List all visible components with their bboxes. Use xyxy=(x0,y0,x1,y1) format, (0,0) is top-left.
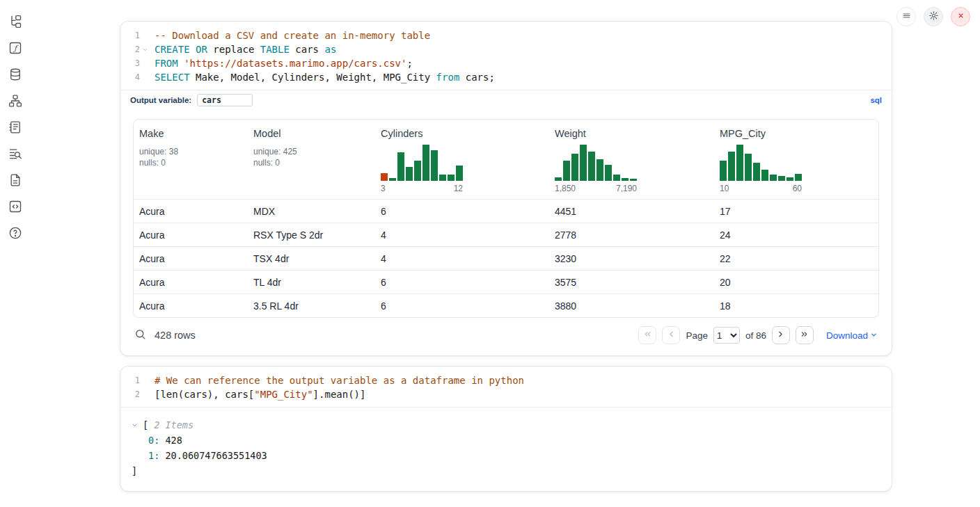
code-line[interactable]: 4SELECT Make, Model, Cylinders, Weight, … xyxy=(125,70,885,84)
code-line[interactable]: 3FROM 'https://datasets.marimo.app/cars.… xyxy=(125,56,885,70)
shutdown-button[interactable] xyxy=(951,7,970,26)
histogram-bar xyxy=(456,166,463,181)
table-cell: Acura xyxy=(134,271,248,293)
page-of-label: of 86 xyxy=(745,330,766,341)
column-header[interactable]: Modelunique: 425nulls: 0 xyxy=(248,120,375,199)
code-line[interactable]: 1-- Download a CSV and create an in-memo… xyxy=(125,29,885,42)
table-cell: 2778 xyxy=(549,223,714,246)
histogram-bar xyxy=(389,178,396,181)
line-number: 2 xyxy=(125,42,140,56)
items-count-label: 2 Items xyxy=(154,417,193,433)
histogram-bar xyxy=(761,170,768,181)
column-stats: unique: 38nulls: 0 xyxy=(139,146,242,168)
sidebar-item-documentation[interactable] xyxy=(7,172,24,189)
column-header[interactable]: Weight1,8507,190 xyxy=(549,120,714,199)
settings-button[interactable] xyxy=(924,7,943,26)
sql-code[interactable]: 1-- Download a CSV and create an in-memo… xyxy=(120,22,892,90)
axis-max-label: 12 xyxy=(454,184,463,193)
table-body: AcuraMDX6445117AcuraRSX Type S 2dr427782… xyxy=(134,199,878,317)
table-row[interactable]: AcuraRSX Type S 2dr4277824 xyxy=(134,223,878,246)
table-cell: 4451 xyxy=(549,200,714,223)
sidebar-item-logs[interactable] xyxy=(7,146,24,163)
file-text-icon xyxy=(8,173,22,189)
dependency-graph-icon xyxy=(8,94,22,110)
histogram-bar xyxy=(588,152,595,181)
line-number: 3 xyxy=(125,56,140,70)
histogram-axis: 1060 xyxy=(720,184,802,193)
output-variable-input[interactable] xyxy=(197,94,253,106)
sidebar-item-file-explorer[interactable] xyxy=(7,14,24,31)
histogram-bar xyxy=(431,150,438,181)
table-cell: Acura xyxy=(134,223,248,246)
histogram-bar xyxy=(422,145,429,181)
column-header[interactable]: Makeunique: 38nulls: 0 xyxy=(134,120,248,199)
code-text: FROM 'https://datasets.marimo.app/cars.c… xyxy=(155,56,413,70)
code-line[interactable]: 2[len(cars), cars["MPG_City"].mean()] xyxy=(125,387,885,401)
histogram-bar xyxy=(728,152,735,181)
table-cell: 22 xyxy=(714,247,878,270)
notebook-icon xyxy=(8,120,22,136)
histogram-bar xyxy=(787,177,793,181)
table-row[interactable]: AcuraMDX6445117 xyxy=(134,199,878,223)
column-name: Make xyxy=(139,128,242,139)
stat-line: unique: 38 xyxy=(139,146,242,157)
column-header[interactable]: Cylinders312 xyxy=(375,120,549,199)
row-count: 428 rows xyxy=(155,330,196,341)
chevrons-right-icon xyxy=(800,330,809,341)
table-row[interactable]: AcuraTL 4dr6357520 xyxy=(134,270,878,293)
last-page-button[interactable] xyxy=(796,326,814,344)
code-line[interactable]: 1# We can reference the output variable … xyxy=(125,373,885,387)
sidebar-item-dependency-graph[interactable] xyxy=(7,93,24,110)
histogram-bar xyxy=(795,174,802,181)
fold-spacer xyxy=(140,56,150,70)
fold-spacer xyxy=(140,29,150,42)
first-page-button[interactable] xyxy=(638,326,656,344)
histogram-bar xyxy=(580,145,587,181)
code-text: [len(cars), cars["MPG_City"].mean()] xyxy=(155,387,365,401)
python-code[interactable]: 1# We can reference the output variable … xyxy=(120,367,892,407)
table-row[interactable]: Acura3.5 RL 4dr6388018 xyxy=(134,293,878,317)
function-square-icon: ƒ xyxy=(8,41,22,57)
table-cell: Acura xyxy=(134,200,248,223)
list-search-icon xyxy=(8,147,22,163)
line-number: 4 xyxy=(125,70,140,84)
code-line[interactable]: 2CREATE OR replace TABLE cars as xyxy=(125,42,885,56)
column-header[interactable]: MPG_City1060 xyxy=(714,120,878,199)
histogram-axis: 312 xyxy=(381,184,463,193)
tree-entry: 0: 428 xyxy=(132,433,880,448)
page-select[interactable]: 1 xyxy=(713,327,740,344)
histogram-bars xyxy=(381,142,463,181)
sidebar-item-data-sources[interactable] xyxy=(7,67,24,83)
table-search-button[interactable] xyxy=(134,328,146,342)
fold-toggle-icon[interactable] xyxy=(140,42,150,56)
data-table: Makeunique: 38nulls: 0Modelunique: 425nu… xyxy=(133,119,879,318)
table-cell: 6 xyxy=(375,294,549,317)
chevron-down-icon xyxy=(870,330,878,341)
column-name: Model xyxy=(253,128,370,139)
previous-page-button[interactable] xyxy=(662,326,680,344)
download-button[interactable]: Download xyxy=(826,330,878,341)
sidebar-item-variables[interactable]: ƒ xyxy=(7,40,24,57)
histogram-bar xyxy=(736,145,743,181)
file-explorer-icon xyxy=(8,15,22,31)
histogram-bar xyxy=(563,161,570,181)
column-histogram: 1060 xyxy=(720,142,802,193)
histogram-bars xyxy=(720,142,802,181)
histogram-bar xyxy=(571,154,578,181)
tree-value: 428 xyxy=(159,435,182,446)
next-page-button[interactable] xyxy=(772,326,790,344)
table-header: Makeunique: 38nulls: 0Modelunique: 425nu… xyxy=(134,120,878,199)
column-histogram: 312 xyxy=(381,142,463,193)
histogram-bar xyxy=(770,175,777,181)
axis-max-label: 7,190 xyxy=(616,184,637,193)
sidebar-item-scratchpad[interactable] xyxy=(7,120,24,136)
sidebar-item-help[interactable] xyxy=(7,225,24,242)
tree-entries: 0: 4281: 20.060747663551403 xyxy=(132,433,880,463)
download-label: Download xyxy=(826,330,868,341)
menu-button[interactable] xyxy=(896,7,916,26)
table-row[interactable]: AcuraTSX 4dr4323022 xyxy=(134,246,878,270)
histogram-bar xyxy=(745,154,752,181)
sidebar-item-snippets[interactable] xyxy=(7,199,24,216)
tree-collapse-icon[interactable] xyxy=(132,422,140,428)
stat-line: nulls: 0 xyxy=(139,157,242,168)
